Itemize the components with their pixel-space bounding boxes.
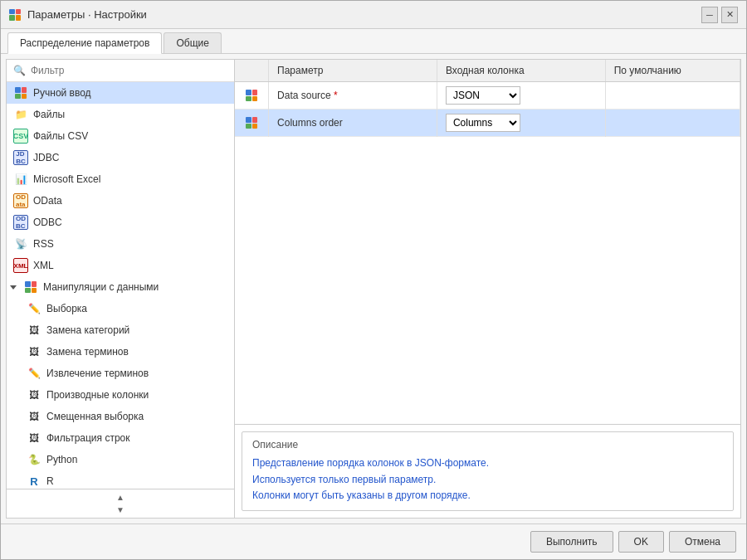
window-title: Параметры · Настройки [27,8,147,21]
sidebar-item-derived-cols[interactable]: 🖼 Производные колонки [7,384,234,406]
odbc-icon: ODBC [13,215,28,230]
description-text: Представление порядка колонок в JSON-фор… [252,455,723,504]
tab-bar: Распределение параметров Общие [1,29,746,54]
sidebar-item-category-replace[interactable]: 🖼 Замена категорий [7,319,234,341]
pencil-icon: ✏️ [27,301,42,316]
app-icon [9,9,21,21]
desc-line2: Используется только первый параметр. [252,472,723,488]
cancel-button[interactable]: Отмена [669,531,736,553]
required-asterisk: * [331,90,338,101]
derived-icon: 🖼 [27,387,42,402]
search-icon: 🔍 [13,65,26,76]
sidebar-item-csv[interactable]: CSV Файлы CSV [7,125,234,147]
minimize-button[interactable]: ─ [701,7,718,23]
sidebar-item-jdbc[interactable]: JDBC JDBC [7,147,234,168]
rss-icon: 📡 [13,236,28,251]
cat-replace-icon: 🖼 [27,323,42,338]
row1-default [605,82,740,110]
sidebar-item-r[interactable]: R R [7,470,234,489]
row2-param-name: Columns order [269,110,437,137]
description-title: Описание [252,439,723,450]
chevron-down-icon [10,285,17,290]
row2-icon-cell [235,110,269,137]
excel-icon: 📊 [13,172,28,187]
description-box: Описание Представление порядка колонок в… [242,431,734,511]
sidebar-item-python[interactable]: 🐍 Python [7,449,234,470]
table-row: Columns order Columns [235,110,740,137]
filter-input[interactable] [31,65,227,76]
row2-input-col: Columns [437,110,605,137]
r-icon: R [27,474,42,489]
col-header-icon [235,60,269,82]
sidebar-scroll-controls: ▲ ▼ [7,489,234,518]
scroll-up-button[interactable]: ▲ [113,491,128,504]
main-content: 🔍 Ручной ввод 📁 Файлы [6,59,741,519]
main-window: Параметры · Настройки ─ ✕ Распределение … [0,0,747,560]
right-panel: Параметр Входная колонка По умолчанию [235,60,740,518]
row2-default [605,110,740,137]
folder-icon: 📁 [13,107,28,122]
ok-button[interactable]: OK [618,531,664,553]
row1-param-name: Data source * [269,82,437,110]
row-filter-icon: 🖼 [27,431,42,446]
title-bar-left: Параметры · Настройки [9,8,147,21]
row2-dropdown-cell: Columns [446,114,597,132]
desc-line3: Колонки могут быть указаны в другом поря… [252,488,723,504]
sidebar-item-rss[interactable]: 📡 RSS [7,233,234,255]
sidebar-item-xml[interactable]: XML XML [7,255,234,276]
row1-icon-cell [235,82,269,110]
col-header-input: Входная колонка [437,60,605,82]
shifted-icon: 🖼 [27,409,42,424]
desc-line1: Представление порядка колонок в JSON-фор… [252,455,723,471]
term-replace-icon: 🖼 [27,344,42,359]
sidebar-item-odbc[interactable]: ODBC ODBC [7,212,234,233]
sidebar-item-excel[interactable]: 📊 Microsoft Excel [7,168,234,190]
csv-icon: CSV [13,129,28,144]
row1-input-col: JSON [437,82,605,110]
title-bar: Параметры · Настройки ─ ✕ [1,1,746,29]
tab-distribution[interactable]: Распределение параметров [7,32,162,54]
row1-dropdown-cell: JSON [446,86,597,105]
sidebar-item-files[interactable]: 📁 Файлы [7,104,234,125]
row2-icon [240,117,263,129]
execute-button[interactable]: Выполнить [530,531,613,553]
bottom-bar: Выполнить OK Отмена [1,523,746,559]
sidebar: 🔍 Ручной ввод 📁 Файлы [7,60,235,518]
window-controls: ─ ✕ [701,7,738,23]
scroll-down-button[interactable]: ▼ [113,504,128,516]
jdbc-icon: JDBC [13,150,28,165]
python-icon: 🐍 [27,452,42,467]
col-header-default: По умолчанию [605,60,740,82]
close-button[interactable]: ✕ [721,7,738,23]
odata-icon: OData [13,193,28,208]
sidebar-item-odata[interactable]: OData OData [7,190,234,212]
extract-icon: ✏️ [27,366,42,381]
row1-input-select[interactable]: JSON [446,86,520,105]
sidebar-group-data-manip[interactable]: Манипуляции с данными [7,276,234,298]
sidebar-list: Ручной ввод 📁 Файлы CSV Файлы CSV JDBC J… [7,82,234,489]
table-row: Data source * JSON [235,82,740,110]
row2-input-select[interactable]: Columns [446,114,520,132]
xml-icon: XML [13,258,28,273]
sidebar-item-term-replace[interactable]: 🖼 Замена терминов [7,341,234,363]
params-table: Параметр Входная колонка По умолчанию [235,60,740,425]
grid-icon [13,85,28,100]
tab-general[interactable]: Общие [164,32,221,53]
col-header-param: Параметр [269,60,437,82]
sidebar-item-manual-input[interactable]: Ручной ввод [7,82,234,104]
sidebar-item-selection[interactable]: ✏️ Выборка [7,298,234,319]
sidebar-item-shifted-select[interactable]: 🖼 Смещенная выборка [7,406,234,427]
sidebar-item-term-extract[interactable]: ✏️ Извлечение терминов [7,363,234,384]
sidebar-item-row-filter[interactable]: 🖼 Фильтрация строк [7,427,234,449]
row1-icon [240,90,263,101]
data-manip-icon [23,280,38,295]
filter-box: 🔍 [7,60,234,82]
